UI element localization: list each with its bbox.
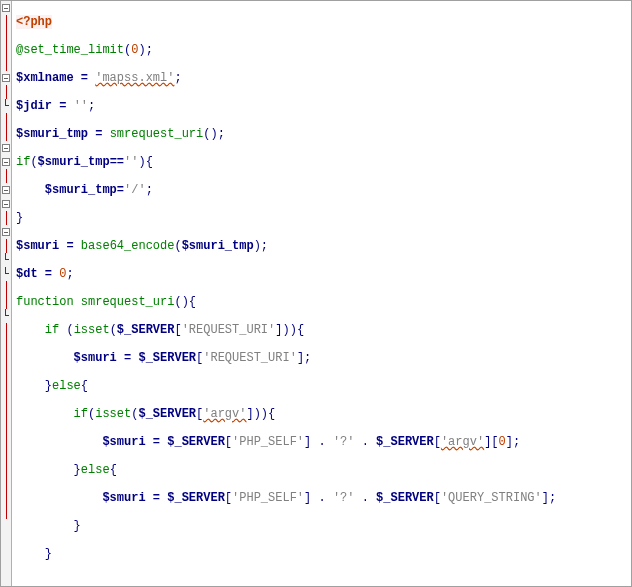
fold-toggle[interactable] [2, 200, 10, 208]
php-open-tag: <?php [16, 15, 52, 29]
fold-toggle[interactable] [2, 4, 10, 12]
code-area[interactable]: <?php @set_time_limit(0); $xmlname = 'ma… [12, 1, 631, 586]
fold-toggle[interactable] [2, 158, 10, 166]
fold-gutter [1, 1, 12, 586]
fold-toggle[interactable] [2, 144, 10, 152]
fold-toggle[interactable] [2, 74, 10, 82]
code-editor: <?php @set_time_limit(0); $xmlname = 'ma… [0, 0, 632, 587]
fold-toggle[interactable] [2, 186, 10, 194]
fold-toggle[interactable] [2, 228, 10, 236]
